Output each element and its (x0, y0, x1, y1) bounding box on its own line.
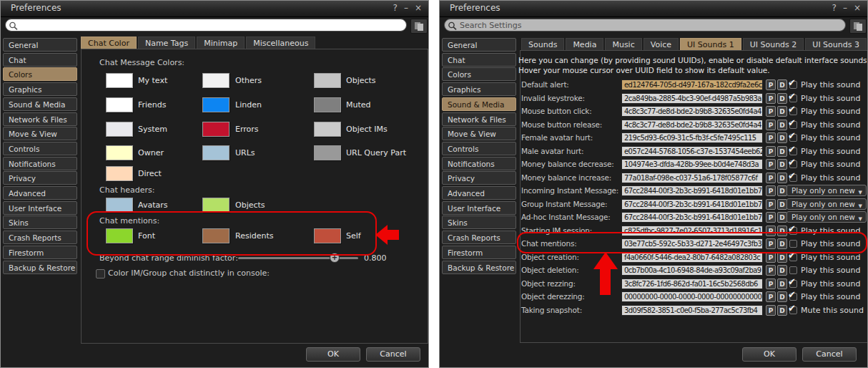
preview-sound-button[interactable]: P (766, 146, 776, 157)
preview-sound-button[interactable]: P (766, 305, 776, 316)
uuid-field-mouse-button-release[interactable]: 4c8c3c77-de8d-bde2-b9b8-32635e0fd4a4 (621, 120, 763, 130)
minimize-icon[interactable]: – (843, 2, 847, 14)
tab-name-tags[interactable]: Name Tags (138, 37, 195, 49)
sidebar-item-backup-restore[interactable]: Backup & Restore (3, 261, 77, 274)
sidebar-item-privacy[interactable]: Privacy (3, 171, 77, 185)
ok-button[interactable]: OK (306, 347, 360, 362)
sidebar-item-controls[interactable]: Controls (3, 142, 77, 155)
default-sound-button[interactable]: D (777, 106, 787, 117)
close-icon[interactable]: × (854, 2, 861, 14)
search-input[interactable] (5, 19, 407, 32)
uuid-field-chat-mentions[interactable]: 03e77cb5-592c-5b33-d271-2e46497c3fb3 (621, 238, 763, 249)
sidebar-item-move-view[interactable]: Move & View (3, 127, 77, 140)
sidebar-item-crash-reports[interactable]: Crash Reports (442, 231, 516, 244)
uuid-field-group-instant-message[interactable]: 67cc2844-00f3-2b3c-b991-6418d01e1bb7 (621, 199, 763, 210)
default-sound-button[interactable]: D (777, 291, 787, 302)
color-swatch-object-ims[interactable] (314, 122, 341, 137)
preview-sound-button[interactable]: P (766, 173, 776, 183)
tab-chat-color[interactable]: Chat Color (81, 37, 137, 49)
color-swatch-url-query-part[interactable] (314, 145, 341, 160)
color-swatch-font[interactable] (106, 228, 133, 243)
default-sound-button[interactable]: D (777, 199, 787, 210)
color-swatch-muted[interactable] (314, 97, 341, 112)
uuid-field-incoming-instant-message[interactable]: 67cc2844-00f3-2b3c-b991-6418d01e1bb7 (621, 185, 763, 196)
preview-sound-button[interactable]: P (766, 291, 776, 302)
uuid-field-object-rezzing[interactable]: 3c8fc726-1fd6-862d-fa01-16c5b2568db6 (621, 279, 763, 289)
preview-sound-button[interactable]: P (766, 106, 776, 117)
uuid-field-ad-hoc-instant-message[interactable]: 67cc2844-00f3-2b3c-b991-6418d01e1bb7 (621, 212, 763, 223)
color-swatch-objects[interactable] (314, 73, 341, 88)
color-swatch-others[interactable] (202, 73, 230, 88)
color-swatch-errors[interactable] (202, 122, 230, 137)
sidebar-item-sound-media[interactable]: Sound & Media (442, 97, 516, 111)
uuid-field-male-avatar-hurt[interactable]: e057c244-5768-1056-c37e-1537454eeb62 (621, 146, 763, 157)
preview-sound-button[interactable]: P (766, 79, 776, 90)
sidebar-item-colors[interactable]: Colors (442, 67, 516, 81)
copy-settings-button[interactable] (849, 19, 867, 34)
preview-sound-button[interactable]: P (766, 120, 776, 130)
preview-sound-button[interactable]: P (766, 185, 776, 196)
sidebar-item-network-files[interactable]: Network & Files (442, 112, 516, 126)
color-swatch-residents[interactable] (202, 228, 230, 243)
sidebar-item-skins[interactable]: Skins (442, 216, 516, 229)
tab-minimap[interactable]: Minimap (197, 37, 245, 49)
console-color-checkbox[interactable] (96, 269, 105, 279)
play-mode-dropdown[interactable]: Play only on new▼ (786, 198, 867, 210)
sidebar-item-general[interactable]: General (442, 38, 516, 52)
default-sound-button[interactable]: D (777, 79, 787, 90)
uuid-field-mouse-button-click[interactable]: 4c8c3c77-de8d-bde2-b9b8-32635e0fd4a4 (621, 106, 763, 117)
uuid-field-object-deletion[interactable]: 0cb7b00a-4c10-6948-84de-a93c09af2ba9 (621, 265, 763, 276)
preview-sound-button[interactable]: P (766, 265, 776, 276)
tab-ui-sounds-1[interactable]: UI Sounds 1 (680, 38, 741, 51)
sidebar-item-privacy[interactable]: Privacy (442, 171, 516, 185)
preview-sound-button[interactable]: P (766, 159, 776, 170)
sidebar-item-backup-restore[interactable]: Backup & Restore (442, 261, 516, 274)
play-sound-checkbox[interactable] (789, 266, 797, 274)
color-swatch-self[interactable] (314, 228, 341, 243)
preview-sound-button[interactable]: P (766, 132, 776, 143)
uuid-field-default-alert[interactable]: ed124764-705d-d497-167a-182cd9fa2e6c (621, 79, 763, 90)
sidebar-item-chat[interactable]: Chat (442, 53, 516, 67)
play-mode-dropdown[interactable]: Play only on new▼ (786, 211, 867, 223)
close-icon[interactable]: × (415, 2, 422, 14)
preview-sound-button[interactable]: P (766, 279, 776, 289)
tab-voice[interactable]: Voice (643, 38, 679, 51)
default-sound-button[interactable]: D (777, 146, 787, 157)
sidebar-item-firestorm[interactable]: Firestorm (3, 246, 77, 259)
preview-sound-button[interactable]: P (766, 212, 776, 223)
titlebar[interactable]: Preferences ? – × (440, 1, 867, 17)
color-swatch-owner[interactable] (106, 145, 133, 160)
play-mode-dropdown[interactable]: Play only on new▼ (786, 185, 867, 196)
diminish-factor-slider-track[interactable] (238, 257, 358, 259)
sidebar-item-general[interactable]: General (3, 38, 77, 52)
color-swatch-linden[interactable] (202, 97, 230, 112)
default-sound-button[interactable]: D (777, 159, 787, 170)
sidebar-item-advanced[interactable]: Advanced (3, 186, 77, 200)
sidebar-item-notifications[interactable]: Notifications (442, 157, 516, 170)
sidebar-item-skins[interactable]: Skins (3, 216, 77, 229)
color-swatch-objects[interactable] (202, 198, 230, 213)
default-sound-button[interactable]: D (777, 173, 787, 183)
sidebar-item-crash-reports[interactable]: Crash Reports (3, 231, 77, 244)
color-swatch-direct[interactable] (106, 166, 133, 181)
tab-music[interactable]: Music (605, 38, 641, 51)
preview-sound-button[interactable]: P (766, 238, 776, 249)
color-swatch-my-text[interactable] (106, 73, 133, 88)
default-sound-button[interactable]: D (777, 279, 787, 289)
sidebar-item-colors[interactable]: Colors (3, 67, 77, 81)
color-swatch-avatars[interactable] (106, 198, 133, 213)
color-swatch-friends[interactable] (106, 97, 133, 112)
minimize-icon[interactable]: – (404, 2, 408, 14)
sidebar-item-user-interface[interactable]: User Interface (3, 201, 77, 215)
help-icon[interactable]: ? (832, 2, 837, 14)
tab-ui-sounds-3[interactable]: UI Sounds 3 (805, 38, 867, 51)
default-sound-button[interactable]: D (777, 226, 787, 236)
default-sound-button[interactable]: D (777, 212, 787, 223)
tab-sounds[interactable]: Sounds (521, 38, 564, 51)
color-swatch-system[interactable] (106, 122, 133, 137)
uuid-field-taking-snapshot[interactable]: 3d09f582-3851-c0e0-f5ba-277ac5c73fb4 (621, 305, 763, 316)
sidebar-item-advanced[interactable]: Advanced (442, 186, 516, 200)
default-sound-button[interactable]: D (777, 305, 787, 316)
preview-sound-button[interactable]: P (766, 93, 776, 104)
sidebar-item-graphics[interactable]: Graphics (442, 82, 516, 96)
